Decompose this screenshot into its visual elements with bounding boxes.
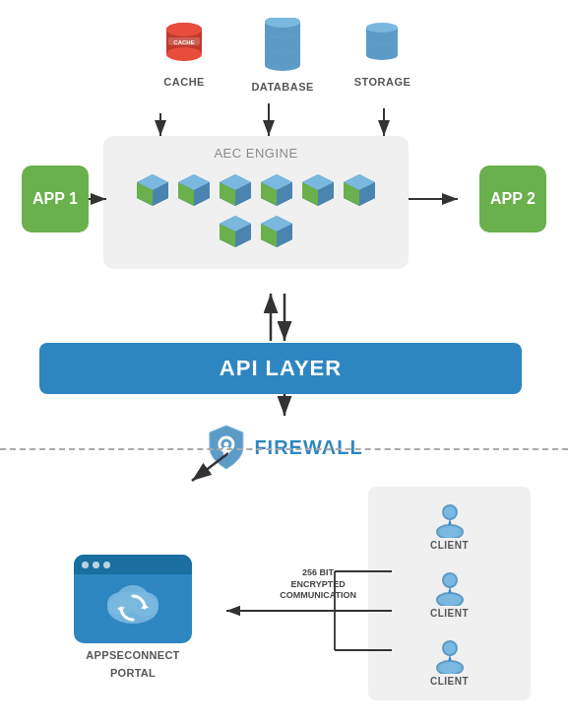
svg-point-2 (166, 47, 202, 61)
svg-point-3 (166, 23, 202, 36)
encrypted-label: 256 BIT ENCRYPTED COMMUNICATION (280, 567, 356, 602)
svg-point-74 (444, 642, 456, 654)
cube-grid (117, 168, 395, 253)
svg-point-64 (444, 506, 456, 518)
client-label-3: CLIENT (430, 676, 469, 687)
cache-label: CACHE (163, 76, 205, 88)
portal-icon (74, 555, 192, 643)
portal-box: APPSECONNECT PORTAL (69, 555, 197, 679)
app1-box: APP 1 (22, 165, 89, 232)
cube-3 (218, 172, 253, 208)
storage-icon (355, 18, 410, 72)
client-icon-2 (431, 568, 469, 606)
database-icon (251, 18, 315, 77)
cube-4 (259, 172, 294, 208)
top-icons-row: CACHE CACHE DATABASE (88, 18, 481, 93)
cube-7 (218, 214, 253, 249)
svg-point-70 (438, 594, 462, 606)
cube-1 (135, 172, 170, 208)
storage-label: STORAGE (354, 76, 411, 88)
client-label-2: CLIENT (430, 608, 469, 619)
api-layer-box: API LAYER (39, 343, 522, 394)
diagram: CACHE CACHE DATABASE (0, 0, 568, 728)
api-layer-label: API LAYER (220, 356, 342, 381)
encrypted-line3: COMMUNICATION (280, 590, 356, 600)
svg-point-65 (438, 526, 462, 538)
app2-label: APP 2 (490, 190, 536, 208)
client-item-3: CLIENT (382, 636, 517, 687)
cube-5 (300, 172, 336, 208)
cache-icon-box: CACHE CACHE (158, 18, 212, 93)
portal-dot-1 (82, 562, 89, 568)
database-label: DATABASE (251, 81, 313, 93)
portal-label-line1: APPSECONNECT (86, 649, 179, 661)
cube-6 (342, 172, 377, 208)
portal-label-line2: PORTAL (110, 667, 156, 679)
app2-box: APP 2 (479, 165, 546, 232)
client-item-1: CLIENT (382, 500, 517, 551)
firewall-row: FIREWALL (205, 424, 362, 471)
svg-point-20 (366, 23, 398, 33)
cache-icon: CACHE (158, 18, 212, 72)
portal-dot-2 (93, 562, 99, 568)
database-icon-box: DATABASE (251, 18, 315, 93)
storage-icon-box: STORAGE (354, 18, 411, 93)
client-item-2: CLIENT (382, 568, 517, 619)
firewall-icon (205, 424, 246, 471)
cube-8 (259, 214, 294, 249)
aec-engine-box: AEC ENGINE (103, 136, 409, 269)
client-label-1: CLIENT (430, 540, 469, 551)
aec-engine-title: AEC ENGINE (117, 146, 395, 161)
app1-label: APP 1 (32, 190, 78, 208)
svg-point-75 (438, 662, 462, 674)
svg-text:CACHE: CACHE (173, 39, 194, 45)
portal-dot-3 (103, 562, 110, 568)
svg-point-55 (223, 442, 228, 447)
portal-icon-header (74, 555, 192, 574)
encrypted-line1: 256 BIT (302, 567, 334, 577)
dashed-separator (0, 448, 568, 450)
svg-point-69 (444, 574, 456, 586)
clients-area: CLIENT CLIENT CLIENT (368, 487, 531, 700)
firewall-label: FIREWALL (254, 436, 362, 459)
encrypted-line2: ENCRYPTED (290, 579, 345, 589)
portal-cloud-icon (97, 576, 168, 633)
client-icon-1 (431, 500, 469, 538)
client-icon-3 (431, 636, 469, 674)
cube-2 (176, 172, 212, 208)
